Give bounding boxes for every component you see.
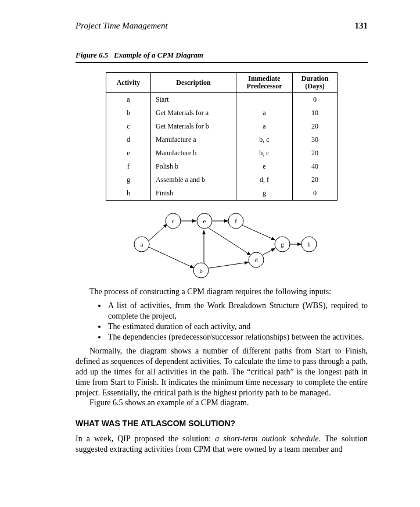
list-item: The dependencies (predecessor/successor …	[107, 332, 368, 342]
cell-activity: g	[106, 173, 151, 187]
cell-predecessor	[236, 93, 293, 107]
col-duration: Duration(Days)	[293, 73, 338, 93]
node-b-label: b	[199, 267, 203, 274]
text-italic: a short-term outlook schedule	[215, 434, 318, 443]
node-g-label: g	[281, 241, 284, 248]
list-item: A list of activities, from the Work Brea…	[107, 301, 368, 322]
cell-predecessor: g	[236, 187, 293, 201]
text-run: In a week, QIP proposed the solution:	[76, 434, 215, 443]
cell-duration: 40	[293, 160, 338, 173]
cell-activity: a	[106, 93, 151, 107]
cell-activity: h	[106, 187, 151, 201]
figure-number: Figure 6.5	[76, 51, 108, 59]
node-h-label: h	[307, 241, 311, 248]
table-row: aStart0	[106, 93, 338, 107]
cell-duration: 20	[293, 173, 338, 187]
paragraph: Normally, the diagram shows a number of …	[76, 346, 368, 398]
table-header-row: Activity Description ImmediatePredecesso…	[106, 73, 338, 93]
cell-description: Start	[151, 93, 236, 107]
paragraph: In a week, QIP proposed the solution: a …	[76, 434, 368, 455]
cell-duration: 0	[293, 93, 338, 107]
intro-paragraph: The process of constructing a CPM diagra…	[76, 287, 368, 297]
node-d-label: d	[254, 256, 258, 263]
edge-d-g	[262, 248, 275, 255]
cell-duration: 10	[293, 106, 338, 120]
section-heading: WHAT WAS THE ATLASCOM SOLUTION?	[76, 419, 368, 429]
table-row: bGet Materials for aa10	[106, 106, 338, 120]
node-c-label: c	[172, 217, 175, 224]
chapter-title: Project Time Management	[76, 21, 168, 31]
table-row: eManufacture bb, c20	[106, 147, 338, 160]
cell-description: Get Materials for a	[151, 106, 236, 120]
cell-description: Manufacture b	[151, 147, 236, 160]
cell-activity: d	[106, 133, 151, 147]
table-row: fPolish be40	[106, 160, 338, 173]
page-number: 131	[355, 21, 368, 31]
cell-predecessor: e	[236, 160, 293, 173]
edge-a-c	[148, 224, 167, 242]
cell-duration: 20	[293, 147, 338, 160]
cell-activity: c	[106, 120, 151, 133]
cell-predecessor: a	[236, 120, 293, 133]
page: Project Time Management 131 Figure 6.5 E…	[0, 0, 420, 507]
cell-description: Get Materials for b	[151, 120, 236, 133]
list-item: The estimated duration of each activity,…	[107, 322, 368, 332]
cell-description: Polish b	[151, 160, 236, 173]
cell-activity: b	[106, 106, 151, 120]
figure-title: Example of a CPM Diagram	[114, 51, 203, 59]
table-row: cGet Materials for ba20	[106, 120, 338, 133]
edge-f-g	[242, 225, 275, 240]
col-activity: Activity	[106, 73, 151, 93]
node-f-label: f	[235, 217, 237, 224]
cell-predecessor: b, c	[236, 147, 293, 160]
cell-duration: 30	[293, 133, 338, 147]
cpm-table: Activity Description ImmediatePredecesso…	[106, 72, 338, 201]
table-row: hFinishg0	[106, 187, 338, 201]
cpm-diagram: a c b e f d g h	[131, 206, 317, 282]
cell-description: Manufacture a	[151, 133, 236, 147]
paragraph: Figure 6.5 shows an example of a CPM dia…	[76, 398, 368, 408]
cell-description: Assemble a and b	[151, 173, 236, 187]
cell-duration: 20	[293, 120, 338, 133]
cell-duration: 0	[293, 187, 338, 201]
cell-predecessor: a	[236, 106, 293, 120]
node-e-label: e	[203, 217, 206, 224]
figure-caption: Figure 6.5 Example of a CPM Diagram	[76, 51, 368, 63]
table-row: dManufacture ab, c30	[106, 133, 338, 147]
running-header: Project Time Management 131	[76, 21, 368, 31]
edge-a-b	[148, 247, 194, 268]
cell-predecessor: b, c	[236, 133, 293, 147]
col-description: Description	[151, 73, 236, 93]
table-row: gAssemble a and bd, f20	[106, 173, 338, 187]
cell-activity: f	[106, 160, 151, 173]
cell-activity: e	[106, 147, 151, 160]
edge-e-d	[209, 228, 251, 255]
node-a-label: a	[141, 241, 143, 248]
input-list: A list of activities, from the Work Brea…	[76, 301, 368, 342]
cell-description: Finish	[151, 187, 236, 201]
edge-b-d	[209, 262, 249, 268]
cell-predecessor: d, f	[236, 173, 293, 187]
body-text: The process of constructing a CPM diagra…	[76, 287, 368, 455]
col-predecessor: ImmediatePredecessor	[236, 73, 293, 93]
